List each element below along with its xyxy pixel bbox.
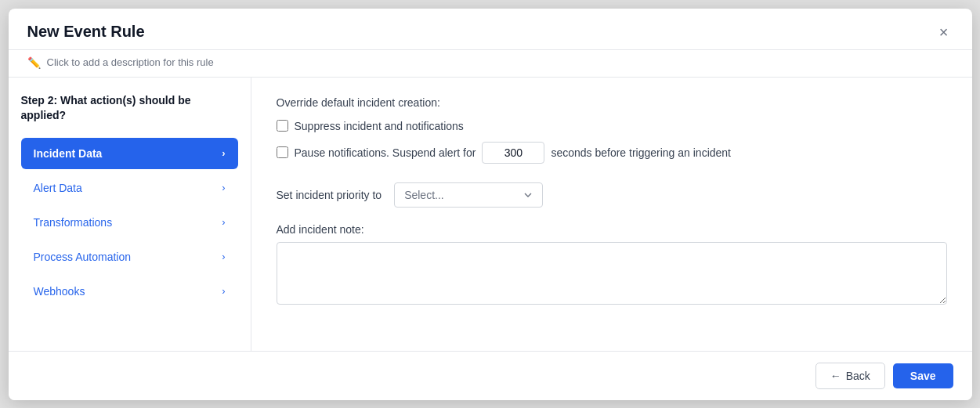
sidebar-item-label: Webhooks [34,285,85,298]
sidebar-item-transformations[interactable]: Transformations › [21,207,238,238]
chevron-right-icon: › [222,251,225,262]
chevron-right-icon: › [222,147,225,159]
modal-header: New Event Rule × [9,9,972,50]
modal-footer: ← Back Save [9,351,972,400]
sidebar-item-process-automation[interactable]: Process Automation › [21,241,238,273]
back-arrow-icon: ← [830,370,841,382]
step-label: Step 2: What action(s) should be applied… [21,93,251,124]
chevron-right-icon: › [222,182,225,193]
back-label: Back [846,370,870,382]
modal-title: New Event Rule [27,23,145,41]
priority-row: Set incident priority to Select... Criti… [277,182,947,208]
modal-body: Step 2: What action(s) should be applied… [9,78,972,351]
save-button[interactable]: Save [893,363,953,388]
pause-input[interactable]: 300 [482,142,544,164]
sidebar-item-label: Incident Data [34,147,103,160]
pause-checkbox[interactable] [277,146,288,158]
sidebar: Step 2: What action(s) should be applied… [9,78,251,351]
suppress-checkbox[interactable] [277,120,288,132]
note-label: Add incident note: [277,223,947,236]
back-button[interactable]: ← Back [815,363,885,389]
override-title: Override default incident creation: [277,96,947,109]
chevron-right-icon: › [222,216,225,228]
sidebar-item-label: Transformations [34,216,113,229]
note-textarea[interactable] [277,242,947,305]
description-row[interactable]: ✏️ Click to add a description for this r… [9,50,972,78]
priority-select[interactable]: Select... Critical High Medium Low [394,182,543,208]
description-text: Click to add a description for this rule [47,56,214,68]
close-button[interactable]: × [935,23,953,42]
sidebar-item-label: Alert Data [34,182,82,194]
pause-label-prefix: Pause notifications. Suspend alert for [295,146,476,159]
priority-select-wrapper: Select... Critical High Medium Low [394,182,543,208]
sidebar-item-label: Process Automation [34,251,132,263]
pause-checkbox-row: Pause notifications. Suspend alert for 3… [277,142,947,164]
pencil-icon: ✏️ [27,56,41,69]
main-content: Override default incident creation: Supp… [251,78,972,351]
pause-label-suffix: seconds before triggering an incident [551,146,731,159]
sidebar-item-incident-data[interactable]: Incident Data › [21,138,238,169]
new-event-rule-modal: New Event Rule × ✏️ Click to add a descr… [9,9,972,400]
suppress-label: Suppress incident and notifications [295,120,464,132]
suppress-checkbox-row[interactable]: Suppress incident and notifications [277,120,947,132]
sidebar-item-alert-data[interactable]: Alert Data › [21,172,238,204]
checkbox-group: Suppress incident and notifications Paus… [277,120,947,164]
sidebar-item-webhooks[interactable]: Webhooks › [21,276,238,307]
chevron-right-icon: › [222,285,225,297]
priority-label: Set incident priority to [277,189,382,201]
